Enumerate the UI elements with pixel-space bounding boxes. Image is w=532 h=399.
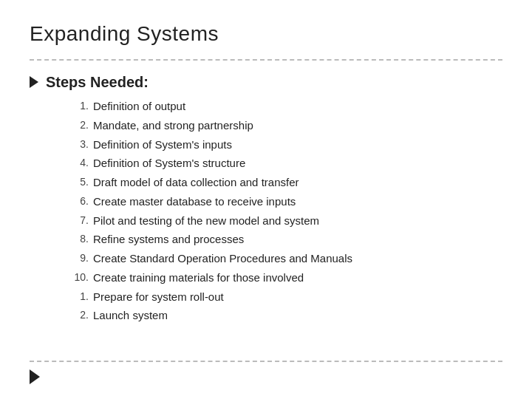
bottom-triangle-icon: [30, 369, 40, 384]
item-number: 4.: [68, 155, 89, 170]
list-item: 9.Create Standard Operation Procedures a…: [68, 250, 502, 267]
list-item: 7.Pilot and testing of the new model and…: [68, 213, 502, 229]
list-item: 2.Mandate, and strong partnership: [68, 117, 502, 134]
steps-needed-label: Steps Needed:: [46, 74, 149, 91]
item-text: Draft model of data collection and trans…: [93, 174, 299, 191]
item-number: 2.: [68, 117, 89, 132]
item-number: 5.: [68, 174, 89, 189]
list-item: 6.Create master database to receive inpu…: [68, 194, 502, 210]
item-number: 9.: [68, 250, 89, 265]
item-number: 6.: [68, 194, 89, 208]
item-text: Definition of System's structure: [93, 155, 245, 171]
top-divider: [30, 59, 502, 61]
list-item: 1.Prepare for system roll-out: [68, 289, 502, 305]
bullet-triangle-icon: [30, 76, 38, 88]
list-item: 4.Definition of System's structure: [68, 155, 502, 171]
content-area: Steps Needed: 1.Definition of output2.Ma…: [30, 74, 502, 327]
item-number: 10.: [68, 270, 89, 284]
list-item: 3.Definition of System's inputs: [68, 137, 502, 153]
slide-container: Expanding Systems Steps Needed: 1.Defini…: [0, 0, 532, 399]
list-item: 10.Create training materials for those i…: [68, 270, 502, 286]
item-text: Prepare for system roll-out: [93, 289, 224, 305]
item-number: 7.: [68, 213, 89, 228]
slide-title: Expanding Systems: [30, 22, 502, 46]
item-number: 8.: [68, 231, 89, 246]
list-item: 2.Launch system: [68, 307, 502, 324]
item-number: 2.: [68, 307, 89, 322]
item-number: 3.: [68, 137, 89, 151]
item-text: Mandate, and strong partnership: [93, 117, 253, 134]
item-text: Definition of output: [93, 98, 185, 115]
steps-row: Steps Needed:: [30, 74, 502, 91]
item-text: Create master database to receive inputs: [93, 194, 296, 210]
item-text: Create training materials for those invo…: [93, 270, 304, 286]
list-item: 5.Draft model of data collection and tra…: [68, 174, 502, 191]
item-text: Pilot and testing of the new model and s…: [93, 213, 319, 229]
item-number: 1.: [68, 98, 89, 113]
item-text: Definition of System's inputs: [93, 137, 232, 153]
numbered-list: 1.Definition of output2.Mandate, and str…: [68, 98, 502, 327]
bottom-nav: [30, 369, 40, 384]
item-text: Create Standard Operation Procedures and…: [93, 250, 352, 267]
list-item: 8.Refine systems and processes: [68, 231, 502, 248]
list-item: 1.Definition of output: [68, 98, 502, 115]
item-number: 1.: [68, 289, 89, 304]
item-text: Refine systems and processes: [93, 231, 244, 248]
bottom-divider: [30, 361, 502, 362]
item-text: Launch system: [93, 307, 168, 324]
